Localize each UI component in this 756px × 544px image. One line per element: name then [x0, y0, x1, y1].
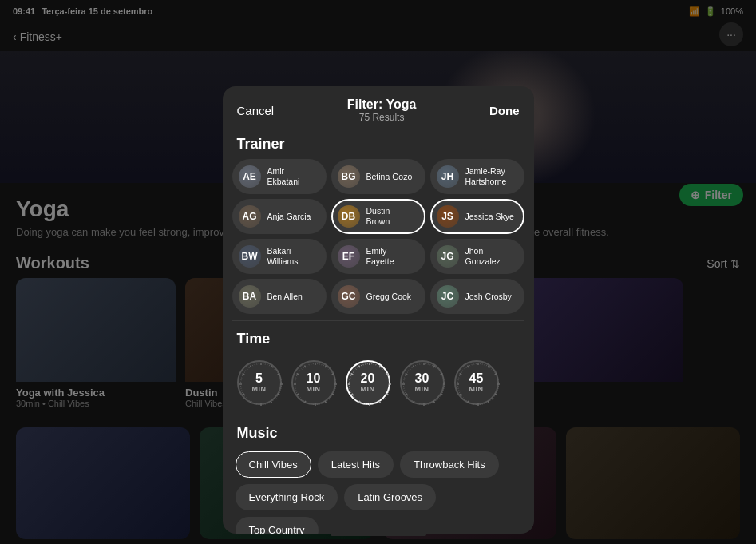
- svg-line-115: [304, 366, 306, 368]
- trainer-item-6[interactable]: BWBakari Williams: [232, 239, 327, 274]
- svg-line-201: [440, 396, 441, 397]
- svg-line-189: [440, 372, 441, 373]
- svg-line-68: [330, 371, 331, 371]
- music-chip-2[interactable]: Throwback Hits: [400, 451, 499, 478]
- time-section-header: Time: [223, 321, 534, 354]
- svg-line-39: [243, 396, 244, 397]
- trainer-avatar-1: BG: [338, 165, 360, 188]
- svg-line-262: [493, 398, 493, 399]
- svg-line-140: [386, 394, 388, 395]
- svg-line-83: [328, 399, 329, 400]
- trainer-item-5[interactable]: JSJessica Skye: [430, 199, 524, 234]
- music-chip-4[interactable]: Latin Grooves: [344, 484, 436, 510]
- svg-line-50: [242, 374, 244, 375]
- svg-line-277: [464, 399, 465, 400]
- svg-line-113: [301, 369, 302, 370]
- music-chip-5[interactable]: Top Country: [236, 517, 319, 534]
- trainer-name-6: Bakari Williams: [267, 246, 317, 266]
- svg-line-127: [382, 369, 383, 370]
- trainer-name-5: Jessica Skye: [465, 212, 514, 222]
- trainer-avatar-3: AG: [239, 205, 261, 228]
- svg-line-245: [488, 366, 489, 368]
- trainer-item-10[interactable]: GCGregg Cook: [331, 279, 425, 314]
- svg-line-265: [488, 401, 489, 403]
- done-button[interactable]: Done: [489, 104, 520, 117]
- svg-line-23: [274, 399, 275, 400]
- music-chip-0[interactable]: Chill Vibes: [236, 451, 311, 478]
- svg-line-188: [438, 371, 439, 371]
- svg-line-175: [358, 366, 360, 368]
- music-section-header: Music: [223, 415, 534, 448]
- trainer-name-9: Ben Allen: [267, 292, 303, 302]
- svg-line-20: [277, 394, 279, 395]
- svg-line-247: [491, 369, 492, 370]
- time-circle-4[interactable]: 45MIN: [454, 360, 499, 405]
- svg-line-70: [331, 374, 334, 375]
- svg-line-35: [250, 401, 251, 403]
- svg-line-143: [382, 399, 383, 400]
- svg-line-260: [494, 394, 497, 395]
- svg-line-22: [275, 398, 276, 399]
- svg-line-99: [298, 396, 299, 397]
- trainer-avatar-8: JG: [437, 245, 459, 268]
- svg-line-67: [328, 369, 329, 370]
- svg-line-111: [298, 372, 299, 373]
- svg-line-294: [465, 367, 466, 368]
- svg-line-95: [304, 401, 306, 403]
- trainer-avatar-9: BA: [239, 285, 261, 308]
- music-chip-3[interactable]: Everything Rock: [236, 484, 338, 510]
- time-circle-3[interactable]: 30MIN: [400, 360, 445, 405]
- svg-line-204: [435, 400, 436, 401]
- time-circle-1[interactable]: 10MIN: [291, 360, 336, 405]
- cancel-button[interactable]: Cancel: [237, 104, 275, 117]
- svg-line-21: [277, 396, 278, 397]
- svg-line-232: [408, 371, 409, 371]
- trainer-name-4: Dustin Brown: [366, 206, 416, 226]
- trainer-item-1[interactable]: BGBetina Gozo: [331, 159, 425, 194]
- svg-line-187: [437, 369, 437, 370]
- filter-modal: Cancel Filter: Yoga 75 Results Done Trai…: [223, 86, 534, 534]
- trainer-item-11[interactable]: JCJosh Crosby: [430, 279, 524, 314]
- trainer-item-3[interactable]: AGAnja Garcia: [232, 199, 327, 234]
- time-circle-0[interactable]: 5MIN: [237, 360, 282, 405]
- trainer-item-2[interactable]: JHJamie-Ray Hartshorne: [430, 159, 524, 194]
- svg-line-144: [381, 400, 382, 401]
- svg-line-155: [358, 401, 360, 403]
- svg-line-142: [384, 398, 385, 399]
- music-chip-1[interactable]: Latest Hits: [318, 451, 394, 478]
- svg-line-25: [271, 401, 272, 403]
- svg-line-290: [459, 374, 461, 375]
- trainer-item-9[interactable]: BABen Allen: [232, 279, 327, 314]
- svg-line-129: [386, 372, 386, 373]
- modal-header: Cancel Filter: Yoga 75 Results Done: [223, 86, 534, 126]
- time-circle-2[interactable]: 20MIN: [346, 360, 390, 405]
- trainer-section-header: Trainer: [223, 126, 534, 159]
- svg-line-263: [491, 399, 492, 400]
- trainer-name-3: Anja Garcia: [267, 212, 311, 222]
- svg-line-202: [438, 398, 439, 399]
- svg-line-278: [462, 398, 463, 399]
- svg-line-230: [405, 374, 407, 375]
- svg-line-231: [406, 372, 407, 373]
- trainer-avatar-6: BW: [239, 245, 261, 268]
- svg-line-66: [327, 367, 327, 368]
- svg-line-186: [435, 367, 436, 368]
- svg-line-295: [467, 366, 469, 368]
- trainer-item-4[interactable]: DBDustin Brown: [331, 199, 425, 234]
- svg-line-280: [459, 394, 461, 395]
- svg-line-249: [494, 372, 495, 373]
- svg-line-36: [248, 400, 249, 401]
- svg-line-112: [299, 371, 300, 371]
- svg-line-128: [384, 371, 385, 371]
- svg-line-156: [357, 400, 358, 401]
- trainer-item-7[interactable]: EFEmily Fayette: [331, 239, 425, 274]
- svg-line-261: [494, 396, 495, 397]
- trainer-grid: AEAmir EkbataniBGBetina GozoJHJamie-Ray …: [223, 159, 534, 320]
- trainer-item-0[interactable]: AEAmir Ekbatani: [232, 159, 327, 194]
- svg-line-98: [299, 398, 300, 399]
- svg-line-217: [410, 399, 410, 400]
- svg-line-264: [489, 400, 490, 401]
- svg-line-159: [352, 396, 353, 397]
- trainer-item-8[interactable]: JGJhon Gonzalez: [430, 239, 524, 274]
- svg-line-40: [242, 394, 244, 395]
